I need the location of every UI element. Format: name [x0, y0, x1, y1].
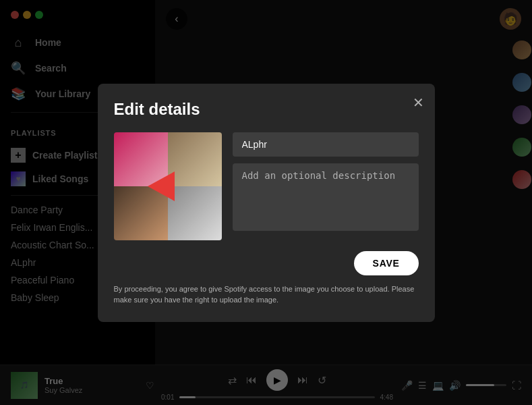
grid-cell-2 [168, 132, 222, 186]
modal-fields [233, 132, 419, 240]
save-button[interactable]: SAVE [354, 251, 419, 275]
playlist-artwork[interactable] [114, 132, 222, 240]
modal-title: Edit details [114, 100, 419, 119]
modal-close-button[interactable]: ✕ [413, 94, 424, 111]
modal-save-row: SAVE [114, 251, 419, 275]
modal-body [114, 132, 419, 240]
left-arrow-icon [148, 171, 175, 201]
edit-details-modal: Edit details ✕ SAVE By proceeding, you a… [98, 84, 435, 322]
playlist-name-input[interactable] [233, 132, 419, 157]
modal-disclaimer: By proceeding, you agree to give Spotify… [114, 284, 419, 306]
grid-cell-4 [168, 186, 222, 240]
modal-overlay: Edit details ✕ SAVE By proceeding, you a… [0, 0, 532, 405]
playlist-description-input[interactable] [233, 163, 419, 231]
